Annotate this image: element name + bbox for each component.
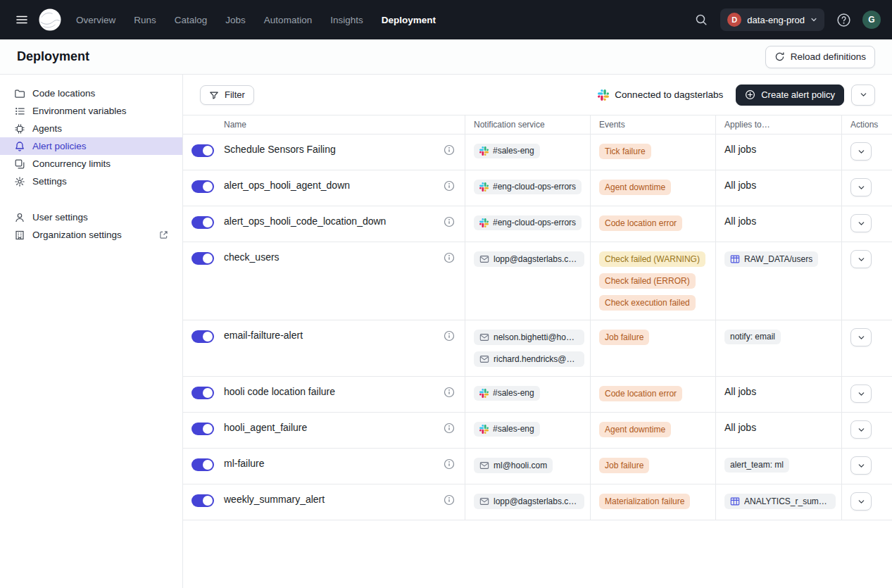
- email-icon: [479, 354, 489, 364]
- row-actions-button[interactable]: [850, 178, 872, 196]
- sidebar-item-environment-variables[interactable]: Environment variables: [0, 102, 182, 120]
- row-actions-button[interactable]: [850, 420, 872, 439]
- sidebar-item-agents[interactable]: Agents: [0, 120, 182, 137]
- policy-name: Schedule Sensors Failing: [224, 144, 336, 155]
- chevron-down-icon: [860, 91, 867, 99]
- policy-name: email-failture-alert: [224, 330, 303, 341]
- policy-enabled-toggle[interactable]: [191, 423, 214, 435]
- filter-button[interactable]: Filter: [200, 85, 254, 105]
- nav-item-catalog[interactable]: Catalog: [175, 15, 208, 25]
- alert-policy-row: alert_ops_hooli_agent_down#eng-cloud-ops…: [183, 170, 892, 206]
- folder-icon: [14, 88, 25, 99]
- plus-circle-icon: [745, 89, 755, 100]
- notification-chip: #eng-cloud-ops-errors: [474, 180, 582, 194]
- applies-to-chip: alert_team: ml: [724, 458, 789, 473]
- filter-icon: [209, 90, 219, 100]
- info-icon[interactable]: [444, 252, 455, 263]
- alert-policy-row: Schedule Sensors Failing#sales-engTick f…: [183, 135, 892, 170]
- sidebar-item-concurrency-limits[interactable]: Concurrency limits: [0, 155, 182, 173]
- info-icon[interactable]: [444, 494, 455, 506]
- event-badge: Check failed (ERROR): [599, 273, 696, 289]
- sidebar-item-label: Alert policies: [32, 141, 87, 151]
- dagster-logo[interactable]: [38, 8, 62, 32]
- info-icon[interactable]: [444, 180, 455, 192]
- sidebar-footer-items: User settingsOrganization settings: [0, 208, 182, 244]
- sidebar-main-items: Code locationsEnvironment variablesAgent…: [0, 85, 182, 190]
- sidebar-item-user-settings[interactable]: User settings: [0, 208, 182, 226]
- policy-name: ml-failure: [224, 458, 265, 469]
- info-icon[interactable]: [444, 387, 455, 398]
- nav-item-automation[interactable]: Automation: [264, 15, 312, 25]
- reload-icon: [774, 51, 785, 62]
- primary-nav: OverviewRunsCatalogJobsAutomationInsight…: [76, 15, 436, 25]
- alert-policy-row: alert_ops_hooli_code_location_down#eng-c…: [183, 206, 892, 242]
- row-actions-button[interactable]: [850, 328, 872, 346]
- policy-enabled-toggle[interactable]: [191, 252, 214, 265]
- info-icon[interactable]: [444, 458, 455, 470]
- policy-enabled-toggle[interactable]: [191, 387, 214, 399]
- row-actions-button[interactable]: [850, 214, 872, 232]
- applies-to-text: All jobs: [724, 422, 756, 433]
- create-policy-dropdown-button[interactable]: [851, 85, 875, 106]
- alert-policy-row: weekly_summary_alertlopp@dagsterlabs.com…: [183, 484, 892, 520]
- nav-item-runs[interactable]: Runs: [134, 15, 156, 25]
- deployment-name: data-eng-prod: [747, 15, 805, 25]
- info-icon[interactable]: [444, 216, 455, 227]
- sidebar-item-code-locations[interactable]: Code locations: [0, 85, 182, 102]
- sidebar-item-label: Concurrency limits: [32, 158, 111, 169]
- applies-to-text: All jobs: [724, 180, 756, 191]
- alert-policy-row: check_userslopp@dagsterlabs.comCheck fai…: [183, 242, 892, 320]
- alert-policies-toolbar: Filter Connected to dagsterlabs Create a…: [183, 75, 892, 115]
- reload-definitions-button[interactable]: Reload definitions: [765, 46, 875, 68]
- event-badge: Tick failure: [599, 144, 651, 159]
- policy-name: alert_ops_hooli_code_location_down: [224, 215, 386, 227]
- slack-icon: [479, 425, 489, 434]
- chevron-down-icon: [810, 16, 817, 23]
- applies-to-text: All jobs: [724, 144, 756, 155]
- applies-to-text: All jobs: [724, 215, 756, 227]
- policy-enabled-toggle[interactable]: [191, 494, 214, 507]
- list-icon: [14, 106, 25, 117]
- column-header-events: Events: [590, 115, 715, 134]
- policy-enabled-toggle[interactable]: [191, 330, 214, 343]
- policy-name: check_users: [224, 251, 279, 263]
- nav-item-overview[interactable]: Overview: [76, 15, 115, 25]
- deployment-initial-badge: D: [727, 13, 741, 27]
- row-actions-button[interactable]: [850, 456, 872, 475]
- main-content: Filter Connected to dagsterlabs Create a…: [183, 75, 892, 588]
- agent-icon: [14, 123, 25, 135]
- help-icon[interactable]: [833, 9, 854, 30]
- row-actions-button[interactable]: [850, 492, 872, 511]
- policy-name: alert_ops_hooli_agent_down: [224, 180, 350, 191]
- policy-name: weekly_summary_alert: [224, 494, 325, 505]
- user-avatar[interactable]: G: [862, 11, 881, 29]
- sidebar-item-settings[interactable]: Settings: [0, 173, 182, 190]
- info-icon[interactable]: [444, 330, 455, 342]
- deployment-switcher[interactable]: D data-eng-prod: [720, 8, 824, 31]
- event-badge: Check execution failed: [599, 295, 696, 311]
- info-icon[interactable]: [444, 144, 455, 156]
- row-actions-button[interactable]: [850, 250, 872, 268]
- create-alert-policy-button[interactable]: Create alert policy: [736, 85, 844, 106]
- hamburger-menu-icon[interactable]: [11, 9, 32, 30]
- info-icon[interactable]: [444, 423, 455, 434]
- sidebar-item-alert-policies[interactable]: Alert policies: [0, 137, 182, 155]
- row-actions-button[interactable]: [850, 384, 872, 403]
- nav-item-insights[interactable]: Insights: [330, 15, 363, 25]
- policy-enabled-toggle[interactable]: [191, 216, 214, 229]
- slack-icon: [479, 182, 489, 192]
- search-icon[interactable]: [691, 9, 712, 30]
- gear-icon: [14, 176, 25, 187]
- topnav-right: D data-eng-prod G: [691, 8, 881, 31]
- connected-status: Connected to dagsterlabs: [598, 89, 723, 101]
- policy-enabled-toggle[interactable]: [191, 180, 214, 193]
- policy-enabled-toggle[interactable]: [191, 458, 214, 471]
- event-badge: Code location error: [599, 386, 682, 401]
- sidebar-item-label: Settings: [32, 176, 67, 187]
- sidebar-item-organization-settings[interactable]: Organization settings: [0, 226, 182, 244]
- nav-item-jobs[interactable]: Jobs: [225, 15, 246, 25]
- nav-item-deployment[interactable]: Deployment: [382, 15, 436, 25]
- alert-policy-row: ml-failureml@hooli.comJob failurealert_t…: [183, 449, 892, 484]
- policy-enabled-toggle[interactable]: [191, 144, 214, 157]
- row-actions-button[interactable]: [850, 142, 872, 161]
